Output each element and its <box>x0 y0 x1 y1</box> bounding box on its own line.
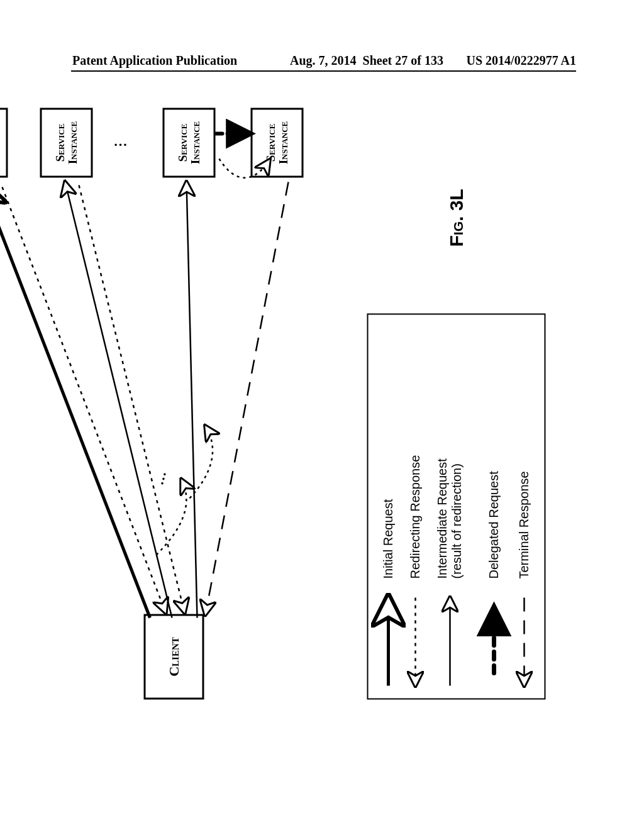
svg-line-5 <box>187 182 197 618</box>
svg-line-1 <box>3 187 166 613</box>
legend-item-intermediate-request: Intermediate Request (result of redirect… <box>435 441 464 579</box>
legend-arrows <box>369 585 545 699</box>
legend-item-initial-request: Initial Request <box>381 499 396 579</box>
svg-line-0 <box>0 182 150 618</box>
header-right: US 2014/0222977 A1 <box>467 53 576 68</box>
svg-line-3 <box>79 185 185 613</box>
legend-item-redirecting-response: Redirecting Response <box>408 455 423 579</box>
legend-item-delegated-request: Delegated Request <box>487 471 501 578</box>
page-header: Patent Application Publication Aug. 7, 2… <box>0 53 644 72</box>
page: Patent Application Publication Aug. 7, 2… <box>0 0 644 830</box>
figure-3l-diagram: Client Service Instance Service Instance… <box>18 172 619 637</box>
header-mid: Aug. 7, 2014 Sheet 27 of 133 <box>290 53 443 68</box>
legend-item-terminal-response: Terminal Response <box>517 471 531 578</box>
svg-text:…: … <box>150 469 169 487</box>
svg-line-2 <box>65 182 172 618</box>
figure-number-label: Fig. 3L <box>446 189 467 246</box>
arrows-layer: … <box>0 102 326 706</box>
header-left: Patent Application Publication <box>72 53 237 68</box>
header-rule <box>71 70 576 72</box>
svg-line-7 <box>206 182 289 615</box>
legend-box: Initial Request Redirecting Response Int… <box>367 314 546 700</box>
